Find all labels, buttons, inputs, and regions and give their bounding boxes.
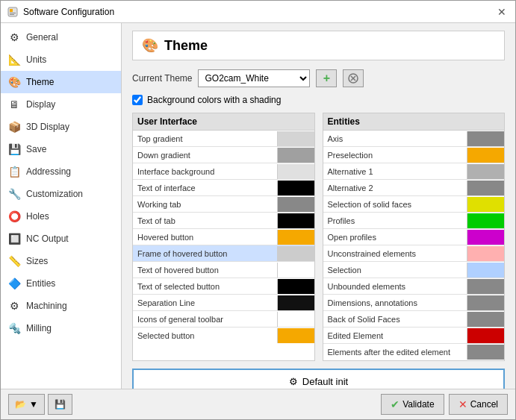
open-file-button[interactable]: 📂 ▼	[8, 394, 45, 415]
color-swatch[interactable]	[277, 131, 314, 146]
table-row[interactable]: Profiles	[323, 213, 505, 229]
current-theme-select[interactable]: GO2cam_White	[198, 69, 310, 87]
color-swatch[interactable]	[467, 295, 504, 310]
sidebar-item-holes[interactable]: ⭕Holes	[1, 205, 121, 228]
cancel-button[interactable]: ✕ Cancel	[449, 394, 508, 415]
table-row[interactable]: Text of tab	[133, 213, 314, 229]
window-title: Software Configuration	[23, 7, 114, 17]
sidebar-item-customization[interactable]: 🔧Customization	[1, 183, 121, 205]
table-row[interactable]: Selection	[323, 262, 505, 278]
color-swatch[interactable]	[277, 295, 314, 310]
sidebar-item-nc-output[interactable]: 🔲NC Output	[1, 228, 121, 250]
table-row[interactable]: Back of Solid Faces	[323, 311, 505, 327]
bottom-right-buttons: ✔ Validate ✕ Cancel	[381, 394, 508, 415]
sidebar-item-display[interactable]: 🖥Display	[1, 93, 121, 116]
sidebar-label-machining: Machining	[26, 301, 67, 311]
color-swatch[interactable]	[467, 345, 504, 360]
title-bar-left: Software Configuration	[7, 6, 114, 18]
table-row[interactable]: Interface background	[133, 163, 314, 180]
entities-color-table: Entities AxisPreselectionAlternative 1Al…	[323, 113, 506, 361]
table-row[interactable]: Preselection	[323, 147, 505, 163]
color-label: Axis	[323, 133, 467, 145]
table-row[interactable]: Alternative 1	[323, 163, 505, 180]
sidebar-label-units: Units	[26, 54, 46, 65]
close-button[interactable]: ✕	[494, 4, 509, 19]
table-row[interactable]: Elements after the edited element	[323, 344, 505, 360]
shading-checkbox[interactable]	[132, 95, 143, 105]
default-init-button[interactable]: ⚙ Default init	[132, 369, 505, 389]
sidebar-item-save[interactable]: 💾Save	[1, 138, 121, 160]
sidebar-item-general[interactable]: ⚙General	[1, 26, 121, 48]
color-swatch[interactable]	[467, 197, 504, 212]
table-row[interactable]: Open profiles	[323, 229, 505, 245]
table-row[interactable]: Down gradient	[133, 147, 314, 163]
table-row[interactable]: Alternative 2	[323, 180, 505, 196]
color-swatch[interactable]	[467, 312, 504, 327]
table-row[interactable]: Separation Line	[133, 295, 314, 311]
color-tables-row: User Interface Top gradientDown gradient…	[132, 113, 505, 361]
delete-theme-button[interactable]	[343, 69, 364, 87]
color-label: Back of Solid Faces	[323, 313, 467, 325]
table-row[interactable]: Unconstrained elements	[323, 245, 505, 262]
table-row[interactable]: Icons of general toolbar	[133, 311, 314, 327]
color-swatch[interactable]	[467, 148, 504, 163]
sidebar: ⚙General📐Units🎨Theme🖥Display📦3D Display💾…	[1, 23, 122, 389]
color-swatch[interactable]	[277, 279, 314, 294]
color-swatch[interactable]	[467, 246, 504, 261]
color-swatch[interactable]	[277, 164, 314, 179]
table-row[interactable]: Text of selected button	[133, 278, 314, 295]
table-row[interactable]: Dimensions, annotations	[323, 295, 505, 311]
table-row[interactable]: Working tab	[133, 196, 314, 213]
color-swatch[interactable]	[467, 131, 504, 146]
sidebar-item-machining[interactable]: ⚙Machining	[1, 295, 121, 317]
sidebar-item-theme[interactable]: 🎨Theme	[1, 71, 121, 93]
color-swatch[interactable]	[277, 148, 314, 163]
table-row[interactable]: Top gradient	[133, 131, 314, 147]
color-label: Text of hovered button	[133, 264, 277, 276]
table-row[interactable]: Selection of solid faces	[323, 196, 505, 213]
sidebar-label-entities: Entities	[26, 278, 55, 289]
color-swatch[interactable]	[277, 197, 314, 212]
color-swatch[interactable]	[277, 246, 314, 261]
table-row[interactable]: Axis	[323, 131, 505, 147]
color-label: Alternative 1	[323, 166, 467, 178]
table-row[interactable]: Frame of hovered button	[133, 245, 314, 262]
color-swatch[interactable]	[277, 213, 314, 228]
theme-row: Current Theme GO2cam_White +	[132, 69, 505, 87]
save-file-button[interactable]: 💾	[48, 394, 72, 415]
table-row[interactable]: Unbounded elements	[323, 278, 505, 295]
sidebar-label-nc-output: NC Output	[26, 233, 69, 244]
sidebar-item-sizes[interactable]: 📏Sizes	[1, 250, 121, 272]
table-row[interactable]: Text of interface	[133, 180, 314, 196]
color-swatch[interactable]	[467, 181, 504, 195]
sidebar-item-milling[interactable]: 🔩Milling	[1, 317, 121, 339]
ui-table-header: User Interface	[133, 113, 314, 131]
sidebar-item-units[interactable]: 📐Units	[1, 48, 121, 71]
color-label: Interface background	[133, 166, 277, 178]
sidebar-item-3d-display[interactable]: 📦3D Display	[1, 116, 121, 138]
add-theme-button[interactable]: +	[316, 69, 337, 87]
color-swatch[interactable]	[467, 230, 504, 245]
table-row[interactable]: Selected button	[133, 327, 314, 344]
content-panel: 🎨 Theme Current Theme GO2cam_White +	[122, 23, 515, 389]
color-swatch[interactable]	[277, 312, 314, 327]
color-swatch[interactable]	[277, 181, 314, 195]
color-swatch[interactable]	[467, 263, 504, 278]
color-label: Text of selected button	[133, 280, 277, 292]
sidebar-item-addressing[interactable]: 📋Addressing	[1, 160, 121, 183]
color-swatch[interactable]	[467, 279, 504, 294]
table-row[interactable]: Text of hovered button	[133, 262, 314, 278]
color-label: Selection	[323, 264, 467, 276]
color-swatch[interactable]	[467, 328, 504, 343]
gear-icon: ⚙	[289, 376, 298, 387]
color-swatch[interactable]	[277, 328, 314, 343]
table-row[interactable]: Hovered button	[133, 229, 314, 245]
color-swatch[interactable]	[277, 230, 314, 245]
color-swatch[interactable]	[467, 213, 504, 228]
sidebar-item-entities[interactable]: 🔷Entities	[1, 272, 121, 295]
validate-button[interactable]: ✔ Validate	[381, 394, 444, 415]
addressing-icon: 📋	[7, 164, 22, 179]
color-swatch[interactable]	[277, 263, 314, 278]
color-swatch[interactable]	[467, 164, 504, 179]
table-row[interactable]: Edited Element	[323, 327, 505, 344]
